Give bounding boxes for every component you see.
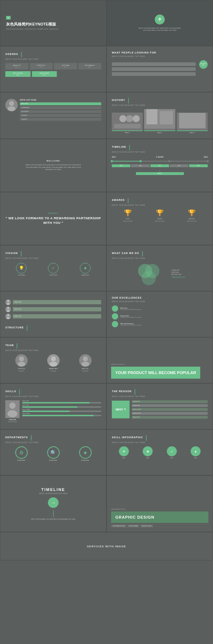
si-label-3: SKILL xyxy=(170,457,174,459)
si-subtitle: WRITE YOUR RELEVANT TEXT HERE xyxy=(112,442,208,444)
si-accent: | xyxy=(146,435,147,441)
agenda-accent: | xyxy=(21,51,22,58)
wc-label-2: SOMETHING xyxy=(171,272,185,273)
skill-bar-1: SKILL ONE xyxy=(22,400,101,403)
si-item-2: ★ SKILL xyxy=(143,446,153,459)
team-name-2: SARAH JANE xyxy=(49,368,58,369)
award-gold-desc: WRITE TEXT HERE xyxy=(123,221,132,222)
reason-bar-5: REASON FIVE xyxy=(132,416,208,419)
structure-accent: | xyxy=(26,325,28,331)
history-img-1-label: IMAGE 1 xyxy=(112,132,143,134)
exc-text-1: Temporary Dolor Sit Amet Consectetur xyxy=(120,309,142,310)
timeline-title: TIMELINE xyxy=(112,146,126,148)
svg-rect-8 xyxy=(147,109,158,124)
history-img-2 xyxy=(144,109,175,130)
exc-text-3: Temporary Dolor Sit Amet Consectetur xyxy=(120,324,142,326)
tl-dot-4 xyxy=(207,160,209,162)
cover-right-cell: WRITE YOUR RELEVANT TEXT HERE WRITE YOUR… xyxy=(106,0,213,46)
welcome-text: WRITE YOUR RELEVANT TEXT HERE WRITE YOUR… xyxy=(25,164,82,171)
vision-label-2: STRUCTURE xyxy=(49,275,57,276)
profile-name: WRITE JUST NAME xyxy=(20,99,101,101)
welcome-heading: WELCOME xyxy=(47,160,60,162)
struct-avatar-1 xyxy=(5,299,11,305)
team-role-3: POSITION xyxy=(82,371,88,372)
wpf-row-1 xyxy=(112,62,196,66)
tl-big-text: WRITE YOUR RELEVANT TEXT HERE WRITE YOUR… xyxy=(31,519,76,520)
skill-label-4: SKILL FOUR xyxy=(22,413,101,414)
timeline-standalone-cell: TIMELINE WRITE YOUR RELEVANT TEXT HERE →… xyxy=(0,475,106,532)
tl-label-2: AND xyxy=(131,164,149,167)
what-people-cell: WHAT PEOPLE LOOKING FOR WRITE YOUR RELEV… xyxy=(106,46,213,92)
awards-subtitle: WRITE YOUR RELEVANT TEXT HERE xyxy=(112,204,208,206)
venn-circle-3 xyxy=(142,271,156,285)
struct-row-2: NAME HERE xyxy=(5,306,101,312)
svg-point-25 xyxy=(7,410,17,417)
team-subtitle: WRITE YOUR RELEVANT TEXT HERE xyxy=(5,350,101,351)
dept-circle-2: 🔍 xyxy=(47,446,60,459)
timeline-subtitle: WRITE YOUR RELEVANT TEXT HERE xyxy=(112,151,208,153)
profile-photo xyxy=(5,99,18,111)
wpf-circle: WE CAN IF ALL xyxy=(199,60,208,69)
team-cell: TEAM | WRITE YOUR RELEVANT TEXT HERE JOH… xyxy=(0,337,106,383)
skills-subtitle: WRITE YOUR RELEVANT TEXT HERE xyxy=(5,396,101,397)
departments-cell: DEPARTMENTS | WRITE YOUR RELEVANT TEXT H… xyxy=(0,429,106,475)
cover-right-text: WRITE YOUR RELEVANT TEXT HERE WRITE YOUR… xyxy=(138,27,181,32)
reason-bar-4: REASON FOUR xyxy=(132,412,208,415)
wpf-row-3 xyxy=(112,72,196,76)
excellences-cell: OUR EXCELLENCES WRITE YOUR RELEVANT TEXT… xyxy=(106,291,213,337)
gd-tag-2: COLOR THEME xyxy=(127,525,140,527)
dept-accent: | xyxy=(31,435,32,441)
product-cell: WRITE THE EFFECT YOUR PRODUCT WILL BECOM… xyxy=(106,337,213,383)
team-accent: | xyxy=(16,343,18,349)
struct-row-3: NAME HERE xyxy=(5,313,101,319)
agenda-title: AGENDA xyxy=(5,53,18,55)
profile-row-contact: CONTACT xyxy=(20,114,101,117)
team-photo-2 xyxy=(47,354,60,367)
agenda-cell: AGENDA | WRITE YOUR RELEVANT TEXT HERE A… xyxy=(0,46,106,92)
vision-cell: VISSION | WRITE YOUR RELEVANT TEXT HERE … xyxy=(0,245,106,291)
history-img-2-label: IMAGE 2 xyxy=(144,132,175,134)
skills-cell: SKILLS | WRITE YOUR RELEVANT TEXT HERE J… xyxy=(0,383,106,429)
welcome-cell: WELCOME WRITE YOUR RELEVANT TEXT HERE WR… xyxy=(0,139,106,192)
agenda-box-3: OUR TEAMWRITE xyxy=(54,63,77,69)
tl-dot-3 xyxy=(168,160,170,162)
vision-circle-2: ✓ xyxy=(48,263,59,273)
skill-label-3: SKILL THREE xyxy=(22,409,101,410)
award-silver-label: SILVER xyxy=(157,218,162,220)
skills-title: SKILLS xyxy=(5,390,16,392)
awards-accent: | xyxy=(127,197,129,204)
graphic-design-cell: WRITE ABOVE HERE GRAPHIC DESIGN TYPOGRAP… xyxy=(106,475,213,532)
struct-avatar-3 xyxy=(5,313,11,319)
gd-title-box: GRAPHIC DESIGN xyxy=(111,512,208,523)
svg-point-16 xyxy=(7,314,9,316)
wc-title: WHAT CAN WE DO xyxy=(112,252,139,254)
history-accent: | xyxy=(128,97,129,104)
svg-point-21 xyxy=(49,362,57,367)
team-member-1: JOHN DOE POSITION xyxy=(15,354,28,372)
dept-item-2: 🔍 DEPARTMENT xyxy=(47,446,60,461)
tl-big-circle: → xyxy=(48,497,59,508)
vision-item-1: 💡 YOUR IDEA xyxy=(16,263,27,276)
reason-bar-1: REASON ONE xyxy=(132,400,208,403)
tl-big-title: TIMELINE xyxy=(41,487,65,492)
struct-bar-2: NAME HERE xyxy=(13,307,101,311)
quote-small: AWARDS xyxy=(48,212,58,214)
dept-label-3: DEPARTMENT xyxy=(81,460,89,461)
dept-circle-1: ⚙ xyxy=(15,446,28,459)
si-item-4: ♦ SKILL xyxy=(191,446,201,459)
history-img-3-accent xyxy=(177,130,208,131)
reason-why-box: WHY ? xyxy=(112,401,130,418)
vision-circle-1: 💡 xyxy=(16,263,27,273)
profile-row-exp: EXPERIENCE xyxy=(20,106,101,109)
svg-rect-6 xyxy=(114,124,141,128)
dept-item-3: ★ DEPARTMENT xyxy=(79,446,92,461)
skills-photo xyxy=(5,400,20,418)
award-bronze: 🏆 BRONZE WRITE TEXT HERE xyxy=(187,209,196,222)
award-gold: 🏆 GOLD WRITE TEXT HERE xyxy=(123,209,132,222)
skill-bar-3: SKILL THREE xyxy=(22,409,101,412)
struct-avatar-2 xyxy=(5,306,11,312)
team-photo-1 xyxy=(15,354,28,367)
svg-point-3 xyxy=(119,115,126,122)
si-label-1: SKILL xyxy=(122,457,126,459)
tl-year-1: 2011 xyxy=(112,156,116,158)
